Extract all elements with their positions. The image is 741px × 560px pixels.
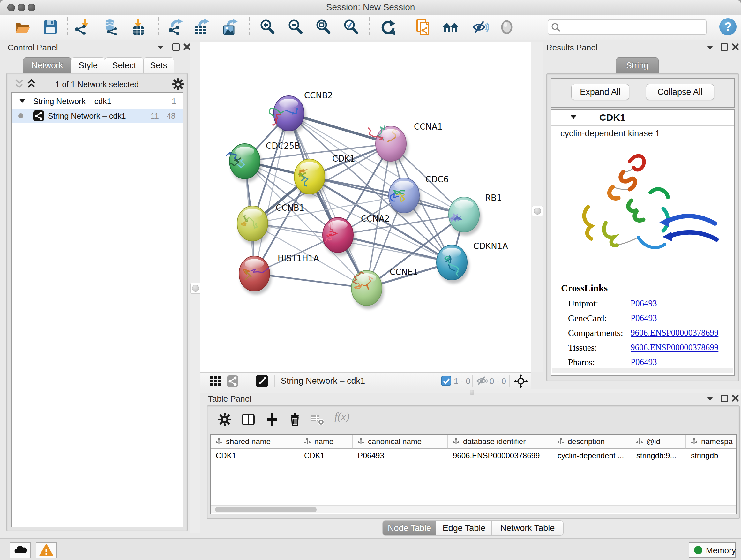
search-input[interactable]	[562, 20, 704, 33]
refresh-icon[interactable]	[380, 19, 396, 36]
hide-panel-icon[interactable]	[472, 19, 488, 36]
zoom-fit-icon[interactable]	[315, 19, 332, 36]
tab-select[interactable]: Select	[105, 57, 144, 74]
crosslink-value-link[interactable]: P06493	[630, 313, 657, 323]
table-gear-icon[interactable]	[218, 413, 232, 427]
node-label-cdk1: CDK1	[332, 154, 355, 164]
left-splitter[interactable]	[190, 42, 200, 533]
crosslink-value-link[interactable]: P06493	[630, 299, 657, 308]
right-splitter-handle[interactable]	[532, 206, 543, 216]
cell-shared-name[interactable]: CDK1	[216, 451, 296, 460]
hidden-eye-icon[interactable]	[476, 376, 488, 386]
panel-close-icon[interactable]	[731, 43, 739, 51]
crosslink-label: Uniprot:	[568, 299, 598, 309]
import-network-icon[interactable]	[74, 19, 91, 36]
tab-node-table[interactable]: Node Table	[382, 520, 436, 536]
cell-namespac[interactable]: stringdb	[691, 451, 733, 460]
crosslink-value-link[interactable]: 9606.ENSP00000378699	[630, 328, 718, 338]
tab-style[interactable]: Style	[71, 57, 105, 74]
column-header-canonical-name[interactable]: canonical name	[353, 435, 448, 449]
warning-button[interactable]	[36, 543, 57, 558]
cell-description[interactable]: cyclin-dependent ...	[557, 451, 629, 460]
column-header-name[interactable]: name	[299, 435, 353, 449]
network-edge-ccnb2-hist1h1a[interactable]	[254, 113, 289, 273]
crosslinks-list: Uniprot:P06493GeneCard:P06493Compartment…	[568, 297, 731, 371]
cdk1-header[interactable]: CDK1	[551, 110, 734, 126]
collapse-all-button[interactable]: Collapse All	[646, 84, 714, 100]
cdk1-scrollbar-track[interactable]	[552, 368, 733, 373]
crosslink-value-link[interactable]: 9606.ENSP00000378699	[630, 343, 718, 353]
node-label-ccne1: CCNE1	[390, 267, 418, 277]
open-session-icon[interactable]	[14, 19, 30, 36]
export-network-icon[interactable]	[167, 19, 184, 36]
grid-view-icon[interactable]	[209, 375, 221, 387]
panel-float-icon[interactable]	[707, 46, 713, 50]
panel-close-icon[interactable]	[731, 394, 739, 402]
tab-string[interactable]: String	[616, 57, 659, 74]
panel-float-icon[interactable]	[707, 397, 713, 401]
panel-float-icon[interactable]	[158, 46, 163, 50]
panel-maximize-icon[interactable]	[721, 395, 728, 402]
tab-network[interactable]: Network	[23, 57, 71, 74]
cdk1-collapse-icon[interactable]	[570, 115, 576, 119]
tab-sets[interactable]: Sets	[143, 57, 174, 74]
selected-checkbox-icon[interactable]	[441, 376, 451, 386]
import-database-icon[interactable]	[103, 19, 119, 36]
export-image-icon[interactable]	[222, 19, 239, 36]
import-table-icon[interactable]	[131, 19, 147, 36]
table-header-row: shared namenamecanonical namedatabase id…	[211, 435, 736, 449]
panel-maximize-icon[interactable]	[721, 44, 728, 51]
cloud-button[interactable]	[10, 543, 30, 558]
column-header--id[interactable]: @id	[631, 435, 686, 449]
export-table-icon[interactable]	[193, 19, 210, 36]
add-column-icon[interactable]	[265, 413, 279, 427]
memory-status-icon	[694, 546, 703, 555]
table-row[interactable]: CDK1CDK1P064939606.ENSP00000378699cyclin…	[211, 449, 736, 462]
panel-maximize-icon[interactable]	[172, 44, 180, 51]
panel-close-icon[interactable]	[183, 43, 191, 51]
column-header-namespac[interactable]: namespac	[686, 435, 736, 449]
memory-label: Memory	[706, 546, 736, 556]
cdk1-section: CDK1 cyclin-dependent kinase 1	[551, 109, 735, 376]
tab-network-table[interactable]: Network Table	[491, 520, 563, 536]
selected-count: 1 - 0	[454, 376, 470, 386]
horizontal-splitter[interactable]	[200, 389, 741, 393]
birds-eye-view-icon[interactable]	[255, 374, 269, 388]
table-h-scrollbar[interactable]	[211, 505, 736, 513]
column-header-description[interactable]: description	[552, 435, 631, 449]
delete-column-icon[interactable]	[288, 413, 302, 427]
delete-table-icon	[311, 413, 325, 426]
network-thumb-icon[interactable]	[226, 375, 239, 387]
network-view-title: String Network – cdk1	[281, 376, 365, 386]
help-button[interactable]: ?	[719, 18, 737, 36]
node-label-cdc6: CDC6	[425, 175, 449, 184]
status-bar: Memory	[0, 538, 741, 560]
zoom-in-icon[interactable]	[259, 19, 276, 36]
cell-database-identifier[interactable]: 9606.ENSP00000378699	[453, 451, 550, 460]
options-gear-icon[interactable]	[172, 78, 185, 91]
network-canvas[interactable]: CCNB2CCNA1CDC25BCDK1CDC6RB1CCNB1CCNA2CDK…	[200, 42, 531, 372]
zoom-out-icon[interactable]	[287, 19, 304, 36]
home-icon[interactable]	[442, 19, 459, 36]
table-h-scrollbar-thumb[interactable]	[215, 507, 317, 512]
collection-expand-icon[interactable]	[19, 99, 25, 103]
show-columns-icon[interactable]	[241, 413, 255, 427]
zoom-selected-icon[interactable]	[343, 19, 359, 36]
expand-all-button[interactable]: Expand All	[571, 84, 629, 100]
crosslink-value-link[interactable]: P06493	[630, 357, 657, 367]
copy-network-icon[interactable]	[415, 19, 432, 36]
memory-button[interactable]: Memory	[689, 543, 736, 558]
left-splitter-handle[interactable]	[190, 283, 201, 294]
cell-name[interactable]: CDK1	[304, 451, 350, 460]
cell--id[interactable]: stringdb:9...	[636, 451, 683, 460]
network-row-selected[interactable]: String Network – cdk1 11 48	[12, 109, 183, 123]
network-collection-row[interactable]: String Network – cdk1 1	[12, 94, 183, 109]
column-header-database-identifier[interactable]: database identifier	[448, 435, 552, 449]
fit-crosshair-icon[interactable]	[514, 374, 528, 388]
cell-canonical-name[interactable]: P06493	[358, 451, 445, 460]
save-session-icon[interactable]	[42, 19, 59, 36]
tab-edge-table[interactable]: Edge Table	[436, 520, 492, 536]
column-header-shared-name[interactable]: shared name	[211, 435, 299, 449]
results-panel: Results Panel String Expand All Collapse…	[542, 42, 741, 389]
right-splitter[interactable]	[531, 42, 543, 372]
